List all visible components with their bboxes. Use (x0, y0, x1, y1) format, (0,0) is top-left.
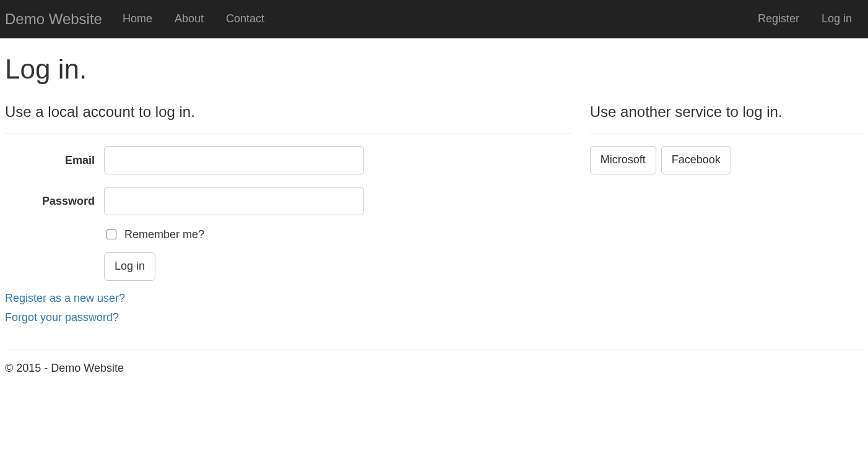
email-field[interactable] (104, 146, 364, 174)
external-providers: Microsoft Facebook (590, 146, 863, 174)
nav-about[interactable]: About (163, 0, 215, 38)
password-field[interactable] (104, 187, 364, 215)
nav-register[interactable]: Register (747, 0, 810, 38)
register-link-block: Register as a new user? (5, 292, 571, 305)
footer: © 2015 - Demo Website (5, 349, 863, 387)
local-divider (5, 133, 571, 134)
facebook-login-button[interactable]: Facebook (661, 146, 731, 174)
remember-checkbox-label[interactable]: Remember me? (104, 228, 571, 241)
external-divider (590, 133, 863, 134)
remember-group: Remember me? (104, 228, 571, 241)
external-login-section: Use another service to log in. Microsoft… (590, 91, 863, 330)
submit-group: Log in (104, 252, 571, 281)
nav-left: Home About Contact (111, 0, 276, 38)
external-login-heading: Use another service to log in. (590, 103, 863, 121)
email-group: Email (5, 146, 571, 174)
main-container: Log in. Use a local account to log in. E… (0, 54, 868, 387)
email-label: Email (5, 154, 104, 167)
local-login-section: Use a local account to log in. Email Pas… (5, 91, 571, 330)
page-title: Log in. (5, 54, 863, 85)
forgot-link-block: Forgot your password? (5, 311, 571, 324)
password-group: Password (5, 187, 571, 215)
remember-text: Remember me? (124, 228, 204, 241)
local-login-heading: Use a local account to log in. (5, 103, 571, 121)
password-label: Password (5, 195, 104, 208)
remember-checkbox[interactable] (106, 229, 116, 239)
forgot-password-link[interactable]: Forgot your password? (5, 311, 119, 323)
microsoft-login-button[interactable]: Microsoft (590, 146, 656, 174)
nav-login[interactable]: Log in (810, 0, 863, 38)
brand-link[interactable]: Demo Website (5, 1, 111, 37)
login-button[interactable]: Log in (104, 252, 155, 281)
nav-right: Register Log in (747, 0, 863, 38)
navbar: Demo Website Home About Contact Register… (0, 0, 868, 38)
nav-contact[interactable]: Contact (215, 0, 276, 38)
nav-home[interactable]: Home (111, 0, 163, 38)
content-row: Use a local account to log in. Email Pas… (5, 91, 863, 330)
register-link[interactable]: Register as a new user? (5, 292, 125, 304)
footer-text: © 2015 - Demo Website (5, 362, 124, 374)
